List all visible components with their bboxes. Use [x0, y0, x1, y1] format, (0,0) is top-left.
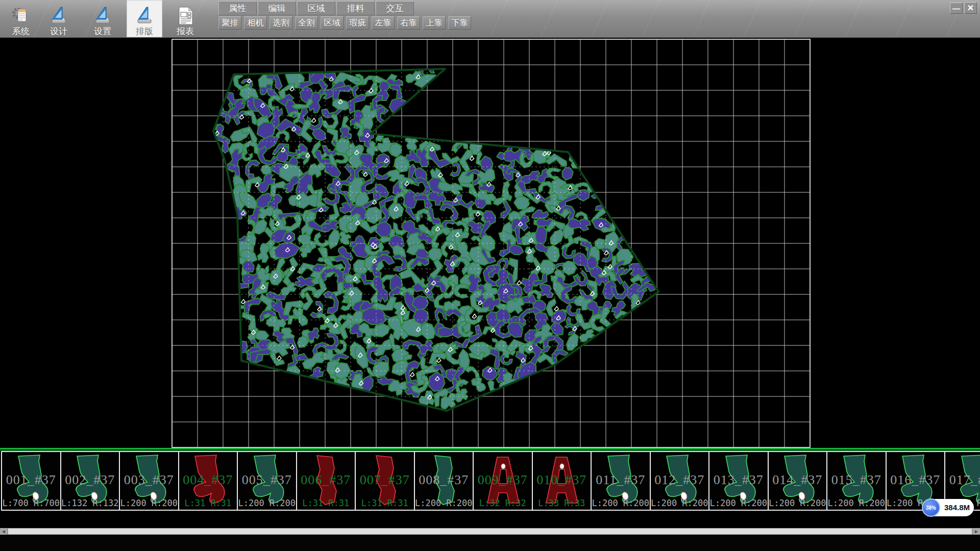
mode-button-design[interactable]: 设计: [41, 0, 77, 37]
piece-lr-count: L:31 R:31: [297, 498, 355, 508]
tool-button-snap-left[interactable]: 左靠: [372, 16, 395, 30]
tool-button-select-cut[interactable]: 选割: [270, 16, 292, 30]
horizontal-scrollbar[interactable]: ◄ ►: [0, 528, 980, 535]
mode-button-settings[interactable]: 设置: [85, 0, 120, 37]
menu-button-region[interactable]: 区域: [297, 1, 335, 15]
piece-thumbnail-003[interactable]: 003_#37L:200 R:200: [119, 451, 179, 511]
piece-lr-count: L:32 R:32: [474, 498, 532, 508]
window-footer: [0, 535, 980, 551]
tool-button-zone[interactable]: 区域: [321, 16, 344, 30]
piece-id: 001_#37: [2, 472, 60, 488]
tool-button-row: 聚排相机选割全割区域瑕疵左靠右靠上靠下靠: [218, 16, 471, 30]
menu-button-properties[interactable]: 属性: [218, 1, 257, 15]
piece-id: 006_#37: [297, 472, 355, 488]
piece-lr-count: L:200 R:200: [709, 498, 768, 508]
piece-id: 010_#37: [533, 472, 591, 488]
piece-thumbnail-014[interactable]: 014_#37L:200 R:200: [768, 451, 828, 511]
status-badge: 38% 384.8M: [922, 498, 974, 517]
set-square-icon: [48, 6, 69, 27]
menu-button-row: 属性编辑区域排料交互: [218, 1, 414, 15]
piece-lr-count: L:132 R:132: [61, 498, 119, 508]
piece-lr-count: L:200 R:200: [769, 498, 827, 508]
piece-lr-count: L:31 R:31: [356, 498, 414, 508]
mode-button-label: 报表: [177, 27, 194, 36]
piece-lr-count: L:31 R:31: [179, 498, 237, 508]
scroll-left-arrow-icon[interactable]: ◄: [0, 528, 8, 535]
piece-lr-count: L:200 R:200: [592, 498, 650, 508]
menu-button-interaction[interactable]: 交互: [376, 1, 414, 15]
tool-button-cluster-nest[interactable]: 聚排: [218, 16, 241, 30]
piece-thumbnail-007[interactable]: 007_#37L:31 R:31: [355, 451, 415, 511]
mode-button-label: 系统: [12, 27, 30, 36]
piece-thumbnail-012[interactable]: 012_#37L:200 R:200: [650, 451, 710, 511]
piece-thumbnail-015[interactable]: 015_#37L:200 R:200: [826, 451, 887, 511]
piece-thumbnail-008[interactable]: 008_#37L:200 R:200: [414, 451, 474, 511]
piece-id: 016_#37: [887, 472, 945, 488]
tool-button-defect[interactable]: 瑕疵: [346, 16, 369, 30]
piece-id: 014_#37: [769, 472, 827, 488]
mode-button-system[interactable]: 系统: [3, 0, 39, 37]
piece-thumbnail-004[interactable]: 004_#37L:31 R:31: [178, 451, 238, 511]
piece-thumbnail-011[interactable]: 011_#37L:200 R:200: [591, 451, 651, 511]
piece-id: 011_#37: [592, 472, 650, 488]
memory-value: 384.8M: [944, 503, 970, 512]
piece-thumbnail-009[interactable]: 009_#37L:32 R:32: [473, 451, 533, 511]
set-square-icon: [92, 6, 113, 27]
mode-button-report[interactable]: 报表: [167, 0, 203, 37]
report-doc-icon: [175, 6, 195, 27]
piece-thumbnail-010[interactable]: 010_#37L:33 R:33: [532, 451, 592, 511]
piece-id: 004_#37: [179, 472, 237, 488]
piece-id: 015_#37: [827, 472, 886, 488]
piece-id: 009_#37: [474, 472, 532, 488]
piece-id: 013_#37: [709, 472, 768, 488]
piece-lr-count: L:33 R:33: [533, 498, 591, 508]
piece-thumbnail-001[interactable]: 001_#37L:700 R:700: [1, 451, 61, 511]
mode-button-label: 设计: [50, 27, 67, 36]
progress-percent: 38%: [926, 505, 936, 511]
piece-id: 003_#37: [120, 472, 178, 488]
piece-lr-count: L:200 R:200: [120, 498, 178, 508]
piece-lr-count: L:200 R:200: [827, 498, 886, 508]
piece-lr-count: L:700 R:700: [2, 498, 60, 508]
piece-id: 002_#37: [61, 472, 119, 488]
tool-button-cut-all[interactable]: 全割: [295, 16, 318, 30]
piece-lr-count: L:200 R:200: [238, 498, 296, 508]
set-square-icon: [134, 6, 155, 27]
minimize-button[interactable]: —: [950, 3, 963, 14]
piece-thumbnail-005[interactable]: 005_#37L:200 R:200: [237, 451, 297, 511]
scrollbar-thumb[interactable]: [8, 528, 972, 535]
tool-button-snap-top[interactable]: 上靠: [423, 16, 446, 30]
toolbar: 系统设计设置排版报表 属性编辑区域排料交互 聚排相机选割全割区域瑕疵左靠右靠上靠…: [0, 0, 980, 38]
mode-button-layout[interactable]: 排版: [127, 0, 162, 37]
tool-button-snap-bottom[interactable]: 下靠: [448, 16, 471, 30]
piece-id: 007_#37: [356, 472, 414, 488]
tool-button-snap-right[interactable]: 右靠: [397, 16, 420, 30]
mode-button-label: 设置: [94, 27, 111, 36]
piece-lr-count: L:200 R:200: [651, 498, 709, 508]
application-window: 系统设计设置排版报表 属性编辑区域排料交互 聚排相机选割全割区域瑕疵左靠右靠上靠…: [0, 0, 980, 551]
piece-id: 017_#37: [945, 472, 980, 488]
menu-button-edit[interactable]: 编辑: [258, 1, 296, 15]
progress-circle: 38%: [922, 498, 940, 517]
piece-id: 012_#37: [651, 472, 709, 488]
close-button[interactable]: ✕: [964, 2, 977, 14]
tool-button-camera[interactable]: 相机: [244, 16, 267, 30]
nesting-canvas[interactable]: [0, 37, 980, 448]
scroll-right-arrow-icon[interactable]: ►: [972, 528, 980, 535]
piece-lr-count: L:200 R:200: [415, 498, 473, 508]
piece-thumbnail-bar: 001_#37L:700 R:700002_#37L:132 R:132003_…: [0, 451, 980, 513]
piece-thumbnail-002[interactable]: 002_#37L:132 R:132: [60, 451, 120, 511]
piece-id: 008_#37: [415, 472, 473, 488]
gear-doc-icon: [11, 6, 31, 27]
hide-nesting-view: [0, 37, 980, 448]
piece-id: 005_#37: [238, 472, 296, 488]
mode-button-label: 排版: [136, 27, 153, 36]
menu-button-nesting[interactable]: 排料: [336, 1, 375, 15]
piece-thumbnail-013[interactable]: 013_#37L:200 R:200: [708, 451, 769, 511]
piece-thumbnail-006[interactable]: 006_#37L:31 R:31: [296, 451, 356, 511]
